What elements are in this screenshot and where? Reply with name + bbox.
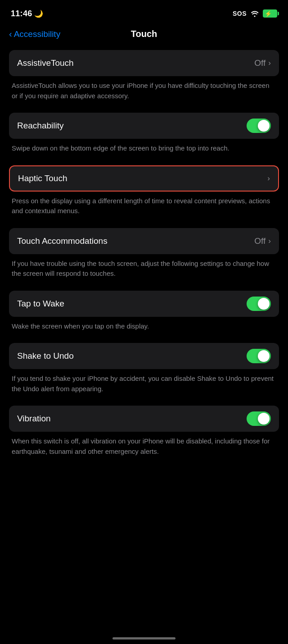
assistive-touch-right: Off › <box>254 58 271 68</box>
home-indicator <box>112 637 176 639</box>
settings-content: AssistiveTouch Off › AssistiveTouch allo… <box>0 46 288 483</box>
haptic-touch-chevron-icon: › <box>267 174 270 183</box>
sos-indicator: SOS <box>233 10 247 17</box>
tap-to-wake-label: Tap to Wake <box>17 299 64 309</box>
moon-icon: 🌙 <box>34 10 43 18</box>
reachability-label: Reachability <box>17 121 64 131</box>
tap-to-wake-description: Wake the screen when you tap on the disp… <box>9 317 279 340</box>
touch-accommodations-right: Off › <box>254 236 271 246</box>
page-title: Touch <box>131 29 158 39</box>
back-chevron-icon: ‹ <box>9 29 12 39</box>
assistive-touch-value: Off <box>254 58 266 68</box>
wifi-icon <box>250 10 259 17</box>
back-label: Accessibility <box>14 29 60 39</box>
battery-icon: ⚡ <box>263 9 277 18</box>
assistive-touch-chevron-icon: › <box>268 59 271 68</box>
touch-accommodations-value: Off <box>254 236 266 246</box>
touch-accommodations-label: Touch Accommodations <box>17 236 108 246</box>
haptic-touch-right: › <box>267 174 270 183</box>
reachability-toggle[interactable] <box>247 119 271 133</box>
vibration-label: Vibration <box>17 414 51 424</box>
reachability-description: Swipe down on the bottom edge of the scr… <box>9 139 279 162</box>
tap-to-wake-block: Tap to Wake Wake the screen when you tap… <box>9 291 279 340</box>
tap-to-wake-toggle[interactable] <box>247 297 271 311</box>
status-left: 11:46 🌙 <box>11 9 43 18</box>
back-button[interactable]: ‹ Accessibility <box>9 29 60 39</box>
assistive-touch-block: AssistiveTouch Off › AssistiveTouch allo… <box>9 50 279 109</box>
haptic-touch-row[interactable]: Haptic Touch › <box>9 165 279 192</box>
status-time: 11:46 <box>11 9 32 18</box>
assistive-touch-label: AssistiveTouch <box>17 58 74 68</box>
tap-to-wake-toggle-knob <box>258 298 270 310</box>
haptic-touch-label: Haptic Touch <box>18 174 68 183</box>
assistive-touch-row[interactable]: AssistiveTouch Off › <box>9 50 279 76</box>
vibration-toggle-knob <box>258 413 270 425</box>
shake-to-undo-description: If you tend to shake your iPhone by acci… <box>9 369 279 402</box>
reachability-block: Reachability Swipe down on the bottom ed… <box>9 113 279 162</box>
shake-to-undo-block: Shake to Undo If you tend to shake your … <box>9 343 279 402</box>
status-right: SOS ⚡ <box>233 9 277 18</box>
touch-accommodations-chevron-icon: › <box>268 237 271 246</box>
vibration-toggle[interactable] <box>247 411 271 426</box>
haptic-touch-description: Press on the display using a different l… <box>9 192 279 224</box>
bolt-icon: ⚡ <box>265 10 272 17</box>
vibration-description: When this switch is off, all vibration o… <box>9 432 279 465</box>
haptic-touch-block: Haptic Touch › Press on the display usin… <box>9 165 279 224</box>
shake-to-undo-toggle[interactable] <box>247 349 271 363</box>
status-bar: 11:46 🌙 SOS ⚡ <box>0 0 288 24</box>
shake-to-undo-row[interactable]: Shake to Undo <box>9 343 279 369</box>
vibration-row[interactable]: Vibration <box>9 406 279 432</box>
reachability-row[interactable]: Reachability <box>9 113 279 139</box>
assistive-touch-description: AssistiveTouch allows you to use your iP… <box>9 76 279 109</box>
shake-to-undo-toggle-knob <box>258 350 270 362</box>
nav-header: ‹ Accessibility Touch <box>0 24 288 46</box>
touch-accommodations-row[interactable]: Touch Accommodations Off › <box>9 228 279 254</box>
touch-accommodations-description: If you have trouble using the touch scre… <box>9 254 279 287</box>
tap-to-wake-row[interactable]: Tap to Wake <box>9 291 279 317</box>
vibration-block: Vibration When this switch is off, all v… <box>9 406 279 465</box>
reachability-toggle-knob <box>258 120 270 132</box>
shake-to-undo-label: Shake to Undo <box>17 351 74 361</box>
touch-accommodations-block: Touch Accommodations Off › If you have t… <box>9 228 279 287</box>
